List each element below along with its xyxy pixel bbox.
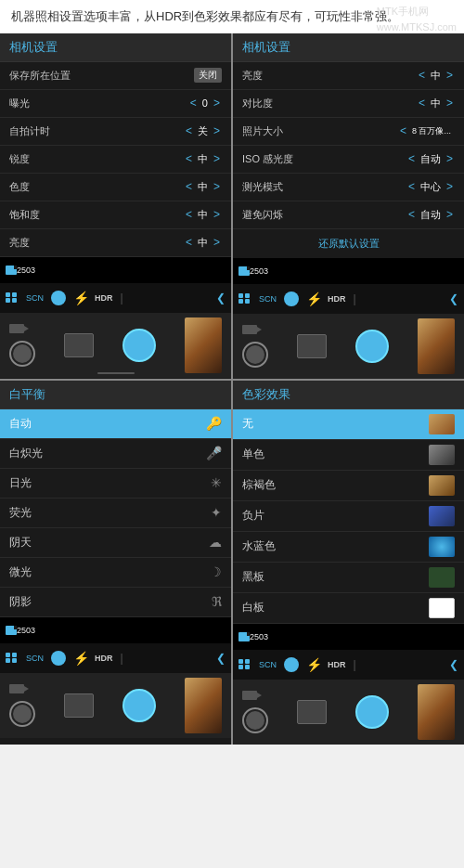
shutter-button-3[interactable] [9, 701, 35, 727]
ce-thumb-aqua [429, 537, 455, 557]
settings-row-saturation: 饱和度 < 中 > [0, 201, 231, 229]
ce-title: 色彩效果 [233, 381, 464, 409]
sd-icon-4 [238, 632, 250, 641]
mode-dots-icon-4[interactable] [238, 659, 250, 670]
viewfinder-3 [0, 673, 231, 738]
thumbnail-3[interactable] [185, 678, 222, 733]
flash-icon-1[interactable]: ⚡ [73, 291, 89, 305]
video-icon-4 [242, 691, 257, 700]
camera-bottom-2: 2503 [233, 258, 464, 284]
intro-text: 机器照相设置选项丰富，从HDR到色彩效果都应有尽有，可玩性非常强。 [11, 9, 399, 23]
hdr-label-2[interactable]: HDR [328, 294, 346, 304]
ce-row-sepia[interactable]: 棕褐色 [233, 471, 464, 501]
panels-grid: 相机设置 保存所在位置 关闭 曝光 < 0 > 自拍计时 < 关 > 锐度 < … [0, 33, 464, 745]
shutter-button-4[interactable] [242, 707, 268, 733]
wb-icon-auto: 🔑 [206, 416, 222, 431]
mode-dots-icon-3[interactable] [6, 653, 17, 664]
chevron-icon-3[interactable]: ❮ [216, 652, 226, 665]
mode-bar-3: SCN ⚡ HDR | ❮ [0, 643, 231, 673]
chevron-icon-4[interactable]: ❮ [449, 658, 458, 671]
mode-scn[interactable]: SCN [26, 293, 44, 303]
ce-thumb-sepia [429, 475, 455, 496]
camera-bottom-3: 2503 [0, 617, 231, 643]
wb-icon-daylight: ✳ [211, 475, 222, 490]
gallery-icon-2[interactable] [297, 334, 327, 358]
settings-row-metering: 测光模式 < 中心 > [233, 174, 464, 201]
settings-row-iso: ISO 感光度 < 自动 > [233, 146, 464, 174]
settings-row-exposure: 曝光 < 0 > [0, 90, 231, 118]
thumbnail-1[interactable] [185, 317, 222, 373]
ce-thumb-negative [429, 506, 455, 526]
ce-thumb-mono [429, 445, 455, 465]
hdr-label-1[interactable]: HDR [95, 293, 113, 303]
gallery-icon-1[interactable] [64, 333, 94, 357]
panel-top-right: 相机设置 亮度 < 中 > 对比度 < 中 > 照片大小 < 8 百万像... … [233, 33, 464, 379]
mode-ow-icon-3[interactable] [49, 649, 68, 667]
ce-row-negative[interactable]: 负片 [233, 501, 464, 532]
wb-icon-cloudy: ☁ [209, 535, 222, 550]
mode-scn-4[interactable]: SCN [259, 660, 277, 669]
hdr-label-3[interactable]: HDR [95, 654, 113, 663]
video-icon-3 [9, 684, 24, 693]
settings-row-flicker: 避免闪烁 < 自动 > [233, 201, 464, 229]
wb-row-auto[interactable]: 自动 🔑 [0, 409, 231, 439]
ce-row-blackboard[interactable]: 黑板 [233, 563, 464, 593]
mode-ow-icon-2[interactable] [282, 290, 301, 308]
capture-button-3[interactable] [122, 689, 156, 722]
viewfinder-1 [0, 313, 231, 378]
wb-row-incandescent[interactable]: 白炽光 🎤 [0, 439, 231, 469]
panel-bottom-right: 色彩效果 无 单色 棕褐色 负片 水蓝色 黑板 白板 [233, 381, 464, 745]
mode-ow-icon[interactable] [49, 289, 68, 307]
capture-button-2[interactable] [355, 330, 389, 363]
capture-button-4[interactable] [355, 695, 389, 729]
mode-dots-icon-2[interactable] [238, 293, 250, 304]
panel-bottom-left: 白平衡 自动 🔑 白炽光 🎤 日光 ✳ 荧光 ✦ 阴天 ☁ 微光 ☽ 阴影 ℜ [0, 381, 231, 745]
settings-row-sharpness: 锐度 < 中 > [0, 146, 231, 174]
wb-row-twilight[interactable]: 微光 ☽ [0, 558, 231, 588]
chevron-icon-2[interactable]: ❮ [449, 292, 458, 305]
sd-icon-1 [6, 266, 17, 275]
mode-bar-4: SCN ⚡ HDR | ❮ [233, 650, 464, 680]
wb-icon-incandescent: 🎤 [206, 446, 222, 460]
mode-scn-3[interactable]: SCN [26, 654, 44, 663]
gallery-icon-4[interactable] [297, 700, 327, 724]
ce-row-whiteboard[interactable]: 白板 [233, 593, 464, 624]
chevron-icon-1[interactable]: ❮ [216, 291, 226, 304]
wb-row-fluorescent[interactable]: 荧光 ✦ [0, 499, 231, 528]
video-icon-2 [242, 325, 257, 334]
ce-row-mono[interactable]: 单色 [233, 440, 464, 471]
settings-row-contrast: 对比度 < 中 > [233, 90, 464, 118]
wb-title: 白平衡 [0, 381, 231, 409]
gallery-icon-3[interactable] [64, 693, 94, 718]
restore-default-button[interactable]: 还原默认设置 [233, 229, 464, 258]
hdr-label-4[interactable]: HDR [328, 660, 346, 669]
mode-ow-icon-4[interactable] [282, 655, 301, 674]
sd-icon-2 [238, 266, 250, 276]
wb-row-daylight[interactable]: 日光 ✳ [0, 469, 231, 499]
shutter-button-1[interactable] [9, 341, 35, 367]
thumbnail-2[interactable] [418, 318, 455, 374]
ce-row-none[interactable]: 无 [233, 409, 464, 440]
flash-icon-2[interactable]: ⚡ [306, 291, 322, 306]
wb-row-cloudy[interactable]: 阴天 ☁ [0, 528, 231, 558]
viewfinder-4 [233, 680, 464, 745]
flash-icon-4[interactable]: ⚡ [306, 657, 322, 672]
thumbnail-4[interactable] [418, 684, 455, 740]
wb-icon-fluorescent: ✦ [211, 505, 222, 520]
capture-button-1[interactable] [122, 329, 156, 362]
shutter-button-2[interactable] [242, 342, 268, 368]
mode-bar-2: SCN ⚡ HDR | ❮ [233, 284, 464, 314]
ce-row-aqua[interactable]: 水蓝色 [233, 532, 464, 563]
flash-icon-3[interactable]: ⚡ [73, 651, 89, 666]
ce-thumb-whiteboard [429, 598, 455, 618]
camera-bottom-4: 2503 [233, 624, 464, 650]
ce-thumb-none [429, 414, 455, 434]
settings-row-chroma: 色度 < 中 > [0, 174, 231, 201]
mode-scn-2[interactable]: SCN [259, 294, 277, 304]
ce-thumb-blackboard [429, 567, 455, 588]
camera-bottom-1: 2503 [0, 257, 231, 283]
wb-row-shade[interactable]: 阴影 ℜ [0, 588, 231, 617]
settings-title-1: 相机设置 [0, 33, 231, 62]
mode-dots-icon[interactable] [6, 292, 17, 304]
settings-row-save-location: 保存所在位置 关闭 [0, 62, 231, 90]
